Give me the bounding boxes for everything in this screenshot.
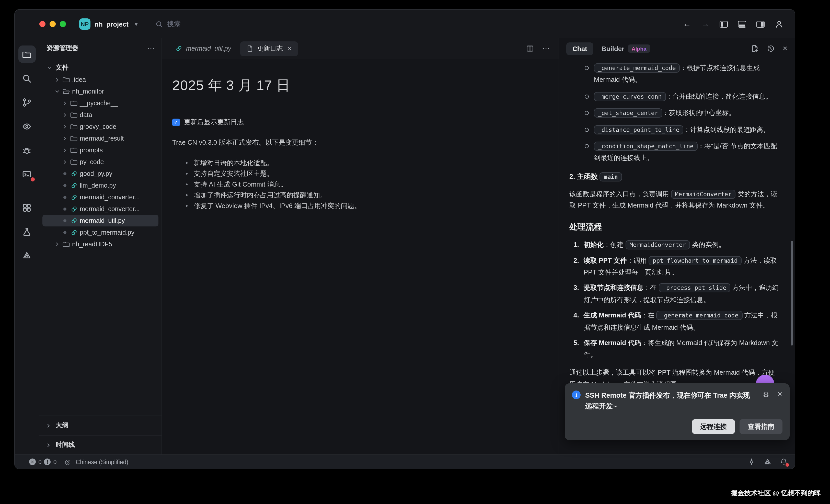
search-icon[interactable] — [18, 69, 35, 87]
tab-builder[interactable]: Builder Alpha — [602, 44, 650, 53]
history-icon[interactable] — [767, 44, 775, 53]
back-button[interactable]: ← — [683, 20, 691, 29]
account-icon[interactable] — [775, 20, 784, 28]
traffic-lights — [39, 21, 66, 27]
plugin-knot-icon[interactable] — [18, 247, 35, 264]
tree-item-data[interactable]: data — [42, 109, 158, 121]
problems-indicator[interactable]: ✕ 0 ! 0 — [29, 459, 57, 465]
forward-button[interactable]: → — [701, 20, 709, 29]
chat-actions: ✕ — [751, 44, 788, 53]
tree-item-py_code[interactable]: py_code — [42, 156, 158, 168]
modified-dot — [61, 184, 69, 187]
tree-item-mermaid_converter...[interactable]: mermaid_converter... — [42, 191, 158, 203]
more-actions-icon[interactable]: ⋯ — [147, 43, 155, 53]
project-switcher[interactable]: NP nh_project ▼ — [79, 19, 139, 30]
python-file-icon — [69, 193, 79, 201]
tab-chat[interactable]: Chat — [566, 42, 594, 55]
tree-section-文件[interactable]: 文件 — [42, 62, 158, 73]
editor-area: mermaid_util.py更新日志✕ ⋯ 2025 年 3 月 17 日 ✓… — [162, 38, 558, 454]
editor-tab-mermaid_util.py[interactable]: mermaid_util.py — [169, 42, 237, 55]
alpha-badge: Alpha — [628, 44, 650, 53]
editor-tab-更新日志[interactable]: 更新日志✕ — [240, 41, 298, 56]
minimize-window-button[interactable] — [50, 21, 56, 27]
chat-block-h4: 2. 主函数 main — [569, 172, 781, 181]
tree-item-good_py.py[interactable]: good_py.py — [42, 168, 158, 180]
warning-count: 0 — [54, 459, 57, 465]
new-chat-icon[interactable] — [751, 44, 759, 53]
close-panel-icon[interactable]: ✕ — [783, 45, 788, 52]
chevron-right-icon — [61, 147, 69, 153]
dismiss-notification-icon[interactable]: ✕ — [777, 390, 783, 399]
remote-terminal-icon[interactable] — [18, 166, 35, 183]
tree-item-label: prompts — [80, 147, 103, 154]
tree-item-label: data — [80, 111, 92, 118]
changelog-document: 2025 年 3 月 17 日 ✓ 更新后显示更新日志 Trae CN v0.3… — [162, 59, 558, 454]
toggle-right-sidebar-icon[interactable] — [757, 21, 765, 27]
show-changelog-setting: ✓ 更新后显示更新日志 — [172, 118, 525, 127]
chat-scrollbar-thumb[interactable] — [791, 241, 793, 346]
release-intro: Trae CN v0.3.0 版本正式发布。以下是变更细节： — [172, 138, 525, 147]
screencast-icon[interactable]: ◎ — [65, 458, 71, 466]
activity-bar-divider — [21, 191, 33, 191]
folder-icon — [69, 158, 79, 166]
close-tab-icon[interactable]: ✕ — [287, 45, 292, 52]
tree-item-mermaid_util.py[interactable]: mermaid_util.py — [42, 215, 158, 226]
section-时间线[interactable]: 时间线 — [39, 435, 161, 454]
explorer-header: 资源管理器 ⋯ — [39, 38, 161, 58]
tree-item-nh_monitor[interactable]: nh_monitor — [42, 85, 158, 97]
tree-item-groovy_code[interactable]: groovy_code — [42, 121, 158, 132]
tree-item-label: groovy_code — [80, 123, 116, 130]
toggle-bottom-panel-icon[interactable] — [738, 21, 746, 27]
notifications-bell[interactable] — [780, 458, 788, 466]
tree-item-mermaid_result[interactable]: mermaid_result — [42, 132, 158, 144]
trae-logo-icon[interactable] — [764, 458, 772, 466]
error-count: 0 — [38, 459, 42, 465]
tab-label: 更新日志 — [257, 44, 283, 53]
tree-item-llm_demo.py[interactable]: llm_demo.py — [42, 180, 158, 191]
python-file-icon — [69, 182, 79, 189]
explorer-sidebar: 资源管理器 ⋯ 文件.ideanh_monitor__pycache__data… — [39, 38, 162, 454]
tunnel-icon[interactable] — [748, 458, 755, 466]
language-mode[interactable]: Chinese (Simplified) — [76, 459, 128, 465]
global-search[interactable]: 搜索 — [156, 20, 181, 29]
split-editor-icon[interactable] — [526, 44, 534, 53]
tab-label: mermaid_util.py — [186, 45, 231, 52]
toggle-left-sidebar-icon[interactable] — [720, 21, 728, 27]
test-flask-icon[interactable] — [18, 223, 35, 240]
tree-item-label: mermaid_converter... — [80, 205, 140, 212]
chevron-right-icon — [61, 135, 69, 141]
zoom-window-button[interactable] — [60, 21, 66, 27]
python-file-icon — [175, 45, 183, 52]
python-file-icon — [69, 217, 79, 224]
folder-icon — [61, 240, 71, 248]
remote-connect-button[interactable]: 远程连接 — [692, 419, 735, 434]
release-note-item: 修复了 Webview 插件 IPv4、IPv6 端口占用冲突的问题。 — [186, 200, 525, 211]
tree-item-label: nh_readHDF5 — [72, 241, 112, 248]
checkbox-checked-icon[interactable]: ✓ — [172, 118, 180, 126]
source-control-icon[interactable] — [18, 94, 35, 111]
preview-eye-icon[interactable] — [18, 118, 35, 135]
tree-item-ppt_to_mermaid.py[interactable]: ppt_to_mermaid.py — [42, 226, 158, 238]
notification-badge — [786, 463, 789, 467]
folder-icon — [69, 111, 79, 119]
watermark-text: 掘金技术社区 @ 忆想不到的晖 — [731, 489, 821, 498]
chat-panel: Chat Builder Alpha ✕ _generate_mermaid_c… — [558, 38, 795, 454]
release-note-item: 支持 AI 生成 Git Commit 消息。 — [186, 179, 525, 190]
section-大纲[interactable]: 大纲 — [39, 416, 161, 435]
editor-more-actions-icon[interactable]: ⋯ — [542, 44, 550, 53]
files-icon[interactable] — [18, 45, 35, 63]
file-tree: 文件.ideanh_monitor__pycache__datagroovy_c… — [39, 58, 161, 416]
tree-item-mermaid_converter...[interactable]: mermaid_converter... — [42, 203, 158, 215]
view-guide-button[interactable]: 查看指南 — [739, 419, 783, 434]
checkbox-label: 更新后显示更新日志 — [184, 118, 244, 127]
tree-item-prompts[interactable]: prompts — [42, 144, 158, 156]
debug-icon[interactable] — [18, 141, 35, 159]
tree-item-.idea[interactable]: .idea — [42, 73, 158, 85]
tree-item-label: mermaid_util.py — [80, 217, 125, 224]
tree-item-__pycache__[interactable]: __pycache__ — [42, 97, 158, 109]
tree-item-nh_readHDF5[interactable]: nh_readHDF5 — [42, 238, 158, 250]
extensions-icon[interactable] — [18, 199, 35, 216]
gear-icon[interactable]: ⚙ — [763, 390, 769, 399]
close-window-button[interactable] — [39, 21, 45, 27]
modified-dot — [61, 207, 69, 210]
